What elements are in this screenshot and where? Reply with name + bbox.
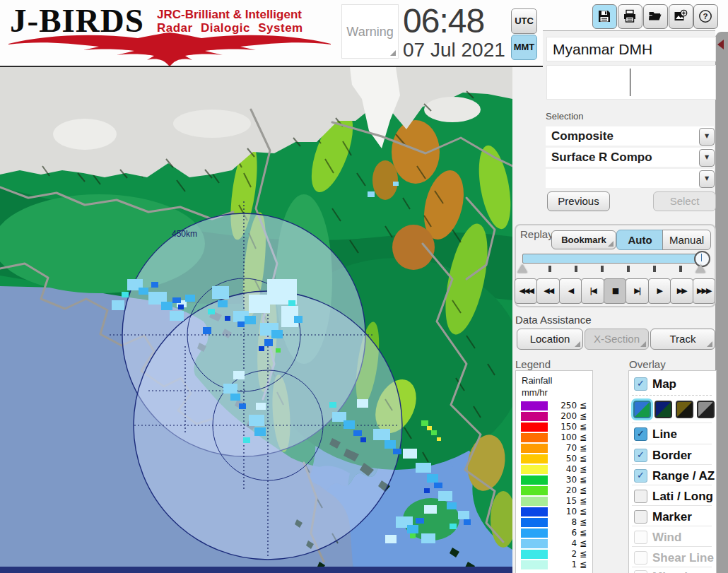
data-assistance-label: Data Assistance [515, 314, 592, 326]
track-button[interactable]: Track [650, 329, 715, 350]
save-button[interactable] [592, 4, 617, 29]
legend-value: 150 ≦ [547, 422, 587, 432]
step-forward-button[interactable]: ▶| [626, 278, 648, 304]
legend-value: 8 ≦ [547, 517, 587, 527]
extra-combo-value[interactable] [546, 169, 714, 188]
divider [632, 464, 712, 465]
overlay-item-wind: Wind [652, 531, 681, 545]
overlay-item-marker[interactable]: Marker [652, 510, 692, 524]
overlay-item-shear-line: Shear Line [652, 551, 714, 565]
legend-unit-line1: Rainfall [522, 375, 552, 386]
playback-controls: ◀◀◀ ◀◀ ◀ |◀ ■ ▶| ▶ ▶▶ ▶▶▶ [515, 278, 715, 302]
utc-toggle-button[interactable]: UTC [511, 8, 537, 34]
map-style-navy-darkgreen[interactable] [654, 401, 672, 418]
legend-value: 30 ≦ [547, 475, 587, 485]
panel-collapse-bar[interactable] [715, 32, 728, 573]
previous-button[interactable]: Previous [547, 191, 610, 211]
image-plus-icon [674, 9, 688, 23]
rewind-fastest-button[interactable]: ◀◀◀ [515, 278, 537, 304]
add-image-button[interactable] [669, 4, 693, 29]
legend-value: 100 ≦ [547, 432, 587, 442]
panel-collapse-arrow-icon[interactable] [717, 40, 724, 49]
replay-section-label: Replay [520, 228, 553, 240]
timeline-tick [627, 266, 630, 272]
legend-value: 50 ≦ [547, 454, 587, 463]
step-back-button[interactable]: |◀ [581, 278, 604, 304]
clock-time: 06:48 [403, 1, 484, 40]
legend-value: 2 ≦ [547, 549, 587, 559]
timeline-start-marker[interactable] [517, 264, 527, 273]
overlay-options: ✓ Map ✓ Line ✓ Border ✓ Range / AZ ✓ Lat… [628, 370, 717, 573]
map-style-blue-green[interactable] [633, 401, 651, 418]
line-checkbox[interactable]: ✓ [634, 427, 647, 441]
auto-mode-button[interactable]: Auto [616, 230, 664, 250]
overlay-item-lati-long[interactable]: Lati / Long [652, 490, 713, 504]
manual-mode-button[interactable]: Manual [662, 230, 711, 250]
play-forward-button[interactable]: ▶ [648, 278, 671, 304]
clock-date: 07 Jul 2021 [403, 39, 505, 61]
legend-value: 70 ≦ [547, 443, 587, 453]
map-style-gray-black[interactable] [697, 401, 715, 418]
divider [632, 546, 712, 547]
floppy-disk-icon [597, 9, 611, 23]
overlay-item-border[interactable]: Border [652, 449, 692, 463]
range-az-checkbox[interactable]: ✓ [634, 469, 647, 483]
forward-fastest-button[interactable]: ▶▶▶ [693, 278, 715, 304]
extra-combo-dropdown-button[interactable]: ▼ [699, 170, 715, 188]
map-checkbox[interactable]: ✓ [634, 377, 647, 391]
divider [632, 526, 712, 526]
composite-combo-value[interactable]: Composite [546, 126, 714, 146]
lati-long-checkbox[interactable]: ✓ [634, 490, 647, 503]
rewind-fast-button[interactable]: ◀◀ [536, 278, 559, 304]
overlay-item-map[interactable]: Map [652, 377, 676, 391]
replay-timeline-track[interactable] [522, 254, 709, 264]
border-checkbox[interactable]: ✓ [634, 449, 647, 462]
map-style-olive-black[interactable] [676, 401, 693, 418]
legend-value: 40 ≦ [547, 464, 587, 474]
map-bottom-edge [0, 567, 512, 573]
marker-checkbox[interactable]: ✓ [634, 510, 647, 524]
print-button[interactable] [618, 4, 642, 29]
svg-text:?: ? [703, 12, 708, 20]
forward-fast-button[interactable]: ▶▶ [670, 278, 693, 304]
rainfall-legend: Rainfall mm/hr 250 ≦ 200 ≦ 150 ≦ 100 ≦ 7… [515, 370, 593, 573]
printer-icon [623, 9, 637, 23]
product-combo-value[interactable]: Surface R Compo [546, 148, 714, 167]
overlay-item-range-az[interactable]: Range / AZ [652, 469, 715, 483]
location-button[interactable]: Location [517, 329, 583, 350]
divider [632, 444, 712, 444]
legend-unit-line2: mm/hr [522, 387, 548, 398]
timeline-end-marker[interactable] [695, 264, 705, 273]
radar-map-view[interactable]: 450km [0, 67, 512, 573]
divider [632, 395, 712, 396]
play-backward-button[interactable]: ◀ [559, 278, 582, 304]
divider [632, 567, 712, 567]
legend-swatch [521, 507, 548, 516]
legend-swatch [521, 423, 548, 432]
product-combo-dropdown-button[interactable]: ▼ [699, 149, 715, 167]
composite-combo-dropdown-button[interactable]: ▼ [699, 128, 715, 146]
warning-button[interactable]: Warning [341, 4, 399, 59]
legend-swatch [521, 433, 548, 442]
bookmark-button[interactable]: Bookmark [551, 230, 616, 249]
legend-swatch [521, 401, 548, 410]
legend-swatch [521, 465, 548, 474]
wind-checkbox: ✓ [634, 531, 647, 544]
map-canvas: 450km [0, 67, 512, 573]
open-folder-button[interactable] [643, 4, 668, 29]
legend-swatch [521, 444, 548, 453]
overlay-item-microburst: Microburst [652, 570, 715, 573]
legend-value: 250 ≦ [547, 401, 587, 410]
stop-button[interactable]: ■ [604, 278, 626, 304]
legend-swatch [521, 454, 548, 463]
mmt-toggle-button[interactable]: MMT [511, 35, 537, 60]
divider [632, 423, 712, 423]
eagle-logo-icon [6, 31, 334, 66]
legend-swatch [521, 412, 548, 421]
timeline-tick [575, 266, 577, 272]
overlay-item-line[interactable]: Line [652, 427, 677, 442]
status-display [546, 65, 716, 100]
site-name-display: Myanmar DMH [546, 37, 716, 61]
xsection-button[interactable]: X-Section [585, 329, 649, 350]
help-button[interactable]: ? [693, 4, 718, 29]
